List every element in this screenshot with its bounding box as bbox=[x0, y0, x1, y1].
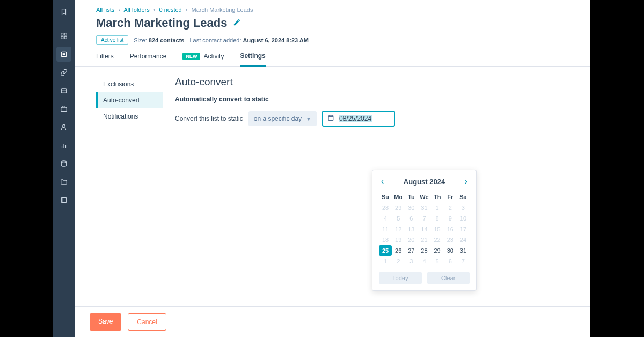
calendar-weekday: Tu bbox=[405, 192, 418, 202]
breadcrumb-link[interactable]: All lists bbox=[96, 6, 114, 13]
calendar-day[interactable]: 29 bbox=[431, 245, 444, 256]
nav-user-icon[interactable] bbox=[56, 120, 71, 135]
tab-activity[interactable]: NEW Activity bbox=[182, 52, 224, 66]
calendar-day-muted[interactable]: 7 bbox=[457, 256, 470, 267]
calendar-day-muted[interactable]: 5 bbox=[431, 256, 444, 267]
calendar-day[interactable]: 27 bbox=[405, 245, 418, 256]
calendar-weekday: Sa bbox=[457, 192, 470, 202]
nav-list-icon[interactable] bbox=[56, 47, 71, 62]
calendar-day-muted[interactable]: 17 bbox=[457, 224, 470, 235]
subnav-notifications[interactable]: Notifications bbox=[96, 108, 163, 124]
date-input[interactable]: 08/25/2024 bbox=[322, 111, 395, 127]
calendar-month-label: August 2024 bbox=[404, 178, 445, 186]
edit-icon[interactable] bbox=[233, 18, 241, 28]
calendar-day-muted[interactable]: 4 bbox=[379, 213, 392, 224]
svg-rect-3 bbox=[64, 36, 67, 39]
nav-chart-icon[interactable] bbox=[56, 138, 71, 153]
svg-rect-2 bbox=[61, 36, 63, 39]
calendar-day-muted[interactable]: 30 bbox=[405, 202, 418, 213]
last-contact-label: Last contact added: August 6, 2024 8:23 … bbox=[189, 37, 309, 43]
calendar-today-button[interactable]: Today bbox=[379, 272, 422, 284]
calendar-day-muted[interactable]: 2 bbox=[444, 202, 457, 213]
tab-settings[interactable]: Settings bbox=[240, 52, 265, 67]
calendar-day-muted[interactable]: 15 bbox=[431, 224, 444, 235]
nav-database-icon[interactable] bbox=[56, 156, 71, 171]
calendar-day-muted[interactable]: 7 bbox=[418, 213, 430, 224]
calendar-day-muted[interactable]: 2 bbox=[392, 256, 405, 267]
calendar-day-muted[interactable]: 23 bbox=[444, 235, 457, 245]
calendar-clear-button[interactable]: Clear bbox=[427, 272, 470, 284]
nav-briefcase-icon[interactable] bbox=[56, 101, 71, 116]
calendar-day-muted[interactable]: 3 bbox=[405, 256, 418, 267]
breadcrumb-sep: › bbox=[118, 6, 120, 13]
calendar-day-muted[interactable]: 28 bbox=[379, 202, 392, 213]
subnav-auto-convert[interactable]: Auto-convert bbox=[96, 92, 163, 108]
next-month-button[interactable]: › bbox=[463, 175, 470, 187]
main-tabs: Filters Performance NEW Activity Setting… bbox=[75, 45, 590, 67]
calendar-day[interactable]: 31 bbox=[457, 245, 470, 256]
calendar-day-muted[interactable]: 22 bbox=[431, 235, 444, 245]
calendar-day-muted[interactable]: 16 bbox=[444, 224, 457, 235]
settings-subnav: Exclusions Auto-convert Notifications bbox=[96, 76, 163, 327]
breadcrumb-link[interactable]: 0 nested bbox=[159, 6, 182, 13]
calendar-weekday: We bbox=[418, 192, 430, 202]
calendar-day-muted[interactable]: 13 bbox=[405, 224, 418, 235]
calendar-day-selected[interactable]: 25 bbox=[379, 245, 392, 256]
date-value: 08/25/2024 bbox=[339, 115, 372, 122]
calendar-grid: SuMoTuWeThFrSa28293031123456789101112131… bbox=[379, 192, 470, 267]
nav-dashboard-icon[interactable] bbox=[56, 28, 71, 43]
calendar-day-muted[interactable]: 6 bbox=[405, 213, 418, 224]
prev-month-button[interactable]: ‹ bbox=[379, 175, 386, 187]
size-label: Size: 824 contacts bbox=[134, 37, 184, 43]
calendar-day[interactable]: 28 bbox=[418, 245, 430, 256]
calendar-day-muted[interactable]: 4 bbox=[418, 256, 430, 267]
save-button[interactable]: Save bbox=[90, 313, 121, 331]
calendar-day[interactable]: 30 bbox=[444, 245, 457, 256]
calendar-day-muted[interactable]: 12 bbox=[392, 224, 405, 235]
nav-folder-icon[interactable] bbox=[56, 174, 71, 189]
subnav-exclusions[interactable]: Exclusions bbox=[96, 76, 163, 92]
panel-heading: Auto-convert bbox=[175, 76, 569, 88]
calendar-weekday: Mo bbox=[392, 192, 405, 202]
svg-rect-1 bbox=[64, 33, 67, 35]
calendar-weekday: Fr bbox=[444, 192, 457, 202]
svg-rect-0 bbox=[61, 33, 63, 35]
breadcrumb-link[interactable]: All folders bbox=[123, 6, 149, 13]
tab-performance[interactable]: Performance bbox=[130, 52, 167, 66]
nav-separator bbox=[59, 24, 69, 24]
list-type-badge: Active list bbox=[96, 35, 128, 45]
calendar-day-muted[interactable]: 3 bbox=[457, 202, 470, 213]
calendar-day-muted[interactable]: 8 bbox=[431, 213, 444, 224]
calendar-day[interactable]: 26 bbox=[392, 245, 405, 256]
calendar-day-muted[interactable]: 31 bbox=[418, 202, 430, 213]
nav-link-icon[interactable] bbox=[56, 65, 71, 80]
calendar-day-muted[interactable]: 14 bbox=[418, 224, 430, 235]
section-label: Automatically convert to static bbox=[175, 96, 569, 103]
calendar-day-muted[interactable]: 20 bbox=[405, 235, 418, 245]
calendar-day-muted[interactable]: 5 bbox=[392, 213, 405, 224]
calendar-day-muted[interactable]: 18 bbox=[379, 235, 392, 245]
calendar-day-muted[interactable]: 9 bbox=[444, 213, 457, 224]
cancel-button[interactable]: Cancel bbox=[128, 313, 166, 331]
calendar-day-muted[interactable]: 1 bbox=[431, 202, 444, 213]
calendar-day-muted[interactable]: 21 bbox=[418, 235, 430, 245]
left-nav-rail bbox=[53, 0, 75, 337]
tab-filters[interactable]: Filters bbox=[96, 52, 114, 66]
nav-layers-icon[interactable] bbox=[56, 83, 71, 98]
calendar-day-muted[interactable]: 11 bbox=[379, 224, 392, 235]
convert-mode-dropdown[interactable]: on a specific day ▼ bbox=[248, 111, 317, 126]
calendar-day-muted[interactable]: 29 bbox=[392, 202, 405, 213]
control-label: Convert this list to static bbox=[175, 115, 243, 122]
svg-rect-9 bbox=[61, 107, 67, 112]
calendar-weekday: Th bbox=[431, 192, 444, 202]
calendar-day-muted[interactable]: 10 bbox=[457, 213, 470, 224]
calendar-day-muted[interactable]: 1 bbox=[379, 256, 392, 267]
page-header: All lists › All folders › 0 nested › Mar… bbox=[75, 0, 590, 45]
calendar-day-muted[interactable]: 6 bbox=[444, 256, 457, 267]
calendar-day-muted[interactable]: 19 bbox=[392, 235, 405, 245]
breadcrumb-sep: › bbox=[153, 6, 156, 13]
calendar-day-muted[interactable]: 24 bbox=[457, 235, 470, 245]
page-title: March Marketing Leads bbox=[96, 16, 228, 30]
nav-app-icon[interactable] bbox=[56, 193, 71, 208]
nav-bookmark-icon[interactable] bbox=[56, 4, 71, 19]
